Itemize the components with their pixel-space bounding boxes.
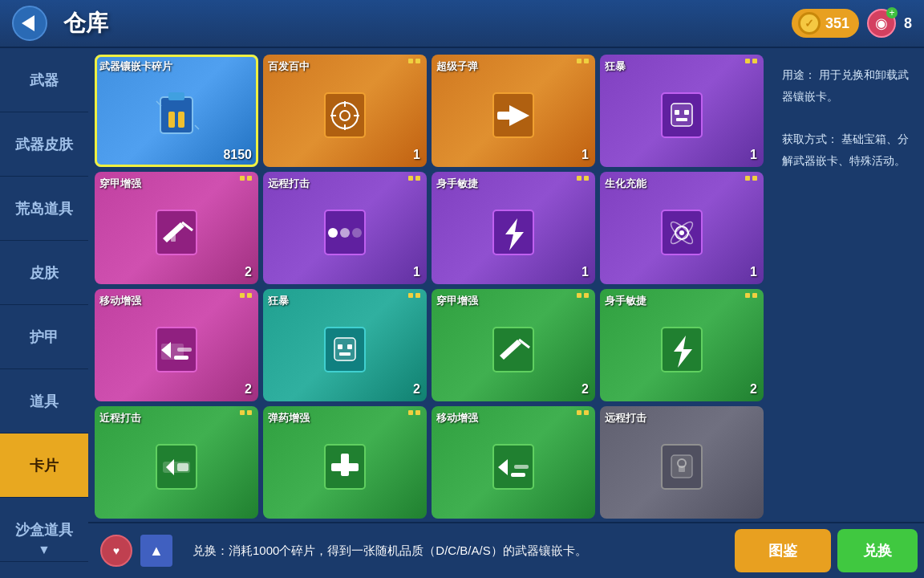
- card-dots: [408, 59, 420, 63]
- card-image: [654, 198, 710, 263]
- sidebar-item-armor[interactable]: 护甲: [0, 305, 88, 369]
- up-button[interactable]: ▲: [140, 535, 172, 567]
- card-item[interactable]: 移动增强: [432, 406, 595, 519]
- card-item[interactable]: 穿甲增强 2: [95, 172, 258, 284]
- card-image: [148, 81, 205, 145]
- card-grid: 武器镶嵌卡碎片 8150: [88, 48, 770, 522]
- card-count: 1: [413, 265, 420, 279]
- coin-icon: ✓: [798, 12, 821, 35]
- card-dots: [745, 59, 757, 63]
- coin-badge: ✓ 351: [792, 9, 859, 38]
- svg-rect-54: [177, 463, 188, 471]
- card-item[interactable]: 狂暴 2: [263, 289, 427, 401]
- svg-rect-42: [334, 338, 355, 360]
- card-count: 1: [413, 148, 420, 162]
- info-usage: 用途： 用于兑换和卸载武器镶嵌卡。: [782, 64, 912, 107]
- card-image: [317, 81, 373, 145]
- svg-rect-45: [339, 352, 351, 356]
- svg-point-26: [328, 228, 338, 238]
- svg-point-28: [352, 228, 362, 238]
- heart-button[interactable]: ♥: [100, 535, 132, 567]
- svg-rect-65: [679, 466, 685, 472]
- card-item[interactable]: 生化充能 1: [600, 172, 764, 284]
- card-image: [148, 315, 205, 380]
- card-count: 1: [750, 148, 757, 162]
- card-item[interactable]: 武器镶嵌卡碎片 8150: [95, 55, 258, 167]
- card-item[interactable]: 身手敏捷 2: [600, 289, 764, 401]
- sidebar-item-weapon[interactable]: 武器: [0, 48, 88, 112]
- card-dots: [240, 293, 252, 298]
- coin-count: 351: [825, 15, 849, 32]
- card-item[interactable]: 弹药增强: [263, 406, 427, 519]
- header: 仓库 ✓ 351 ◉ + 8: [0, 0, 924, 48]
- card-item[interactable]: 穿甲增强 2: [432, 289, 595, 401]
- card-label: 武器镶嵌卡碎片: [99, 59, 172, 74]
- exchange-button[interactable]: 兑换: [837, 529, 918, 572]
- gem-count: 8: [904, 15, 912, 32]
- card-image: [317, 198, 373, 263]
- svg-rect-57: [331, 463, 359, 471]
- card-image: [485, 198, 541, 263]
- card-dots: [577, 59, 589, 63]
- bottom-bar: ♥ ▲ 兑换：消耗1000个碎片，得到一张随机品质（D/C/B/A/S）的武器镶…: [88, 522, 924, 578]
- svg-rect-17: [671, 104, 692, 126]
- svg-rect-40: [177, 348, 192, 352]
- sidebar-item-card[interactable]: 卡片: [0, 434, 88, 498]
- gallery-button[interactable]: 图鉴: [735, 529, 831, 572]
- card-label: 近程打击: [99, 411, 141, 425]
- card-dots: [745, 176, 757, 181]
- card-dots: [577, 176, 589, 181]
- card-label: 生化充能: [605, 177, 646, 191]
- card-image: [317, 433, 373, 497]
- card-image: [654, 433, 710, 497]
- svg-rect-60: [511, 473, 525, 477]
- card-item[interactable]: 远程打击: [600, 406, 764, 519]
- card-image: [654, 81, 710, 145]
- sidebar-item-skin[interactable]: 皮肤: [0, 241, 88, 305]
- sidebar-item-weapon-skin[interactable]: 武器皮肤: [0, 112, 88, 177]
- card-label: 远程打击: [605, 411, 646, 425]
- sidebar-item-tool[interactable]: 道具: [0, 369, 88, 434]
- svg-rect-18: [675, 110, 679, 115]
- gem-badge: ◉ +: [867, 9, 896, 38]
- card-label: 身手敏捷: [436, 177, 478, 191]
- card-item[interactable]: 远程打击 1: [263, 172, 427, 284]
- main-area: 武器镶嵌卡碎片 8150: [88, 48, 924, 578]
- card-image: [317, 315, 373, 380]
- svg-rect-0: [160, 97, 192, 133]
- card-count: 2: [245, 382, 252, 397]
- card-item[interactable]: 百发百中 1: [263, 55, 427, 167]
- card-image: [654, 315, 710, 380]
- info-panel: 用途： 用于兑换和卸载武器镶嵌卡。 获取方式： 基础宝箱、分解武器嵌卡、特殊活动…: [770, 48, 924, 522]
- card-item[interactable]: 狂暴 1: [600, 55, 764, 167]
- info-obtain: 获取方式： 基础宝箱、分解武器嵌卡、特殊活动。: [782, 128, 912, 171]
- card-item[interactable]: 近程打击: [95, 406, 258, 519]
- svg-line-5: [195, 125, 199, 129]
- card-image: [485, 81, 541, 145]
- svg-rect-24: [171, 232, 176, 242]
- card-item[interactable]: 身手敏捷 1: [432, 172, 595, 284]
- usage-label: 用途：: [782, 68, 816, 81]
- card-count: 2: [750, 382, 757, 397]
- card-label: 弹药增强: [268, 411, 310, 425]
- back-button[interactable]: [12, 6, 47, 41]
- sidebar-item-sandbox[interactable]: 沙盒道具 ▼: [0, 498, 88, 562]
- card-image: [148, 433, 205, 497]
- obtain-label: 获取方式：: [782, 132, 838, 145]
- card-item[interactable]: 超级子弹 1: [432, 55, 595, 167]
- card-item[interactable]: 移动增强 2: [95, 289, 258, 401]
- page-title: 仓库: [63, 8, 108, 39]
- card-count: 1: [582, 148, 589, 162]
- bottom-desc-text: 兑换：消耗1000个碎片，得到一张随机品质（D/C/B/A/S）的武器镶嵌卡。: [192, 543, 587, 557]
- sidebar-arrow-icon: ▼: [38, 543, 51, 557]
- card-label: 穿甲增强: [436, 294, 478, 308]
- svg-rect-61: [514, 465, 529, 469]
- sidebar-item-island-tool[interactable]: 荒岛道具: [0, 177, 88, 241]
- card-image: [485, 433, 541, 497]
- grid-and-info: 武器镶嵌卡碎片 8150: [88, 48, 924, 522]
- card-dots: [240, 410, 252, 415]
- up-icon: ▲: [149, 543, 164, 560]
- svg-point-33: [679, 230, 684, 235]
- back-arrow-icon: [22, 15, 34, 31]
- card-count: 8150: [223, 148, 252, 162]
